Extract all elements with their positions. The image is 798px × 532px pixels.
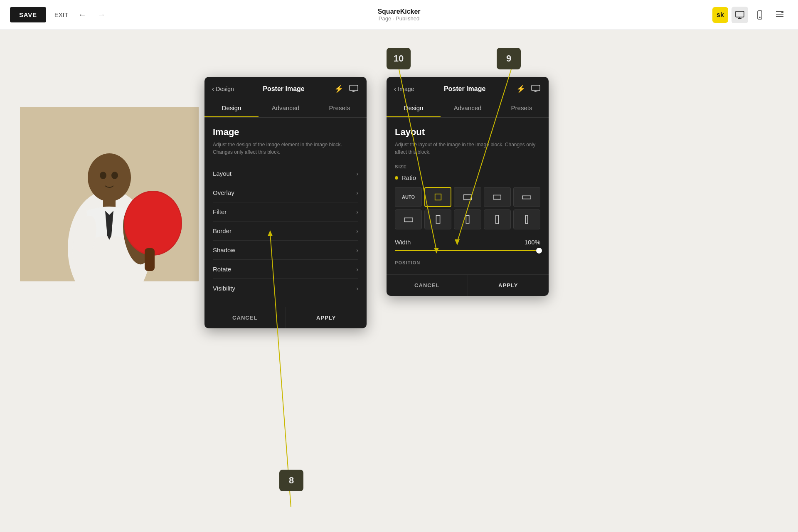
svg-rect-18 <box>532 85 540 91</box>
exit-button[interactable]: EXIT <box>54 11 68 18</box>
ratio-square-icon <box>433 192 443 202</box>
photo-block <box>20 107 199 281</box>
svg-rect-27 <box>526 215 528 224</box>
ratio-16-9-button[interactable] <box>484 187 511 207</box>
menu-item-shadow[interactable]: Shadow › <box>213 241 358 260</box>
svg-point-7 <box>88 153 131 202</box>
svg-rect-19 <box>435 194 441 200</box>
right-panel-icons: ⚡ <box>515 84 541 94</box>
svg-rect-24 <box>436 216 440 223</box>
ratio-grid: AUTO <box>395 187 540 229</box>
edit-icon <box>775 9 785 19</box>
ratio-label: Ratio <box>401 174 416 181</box>
left-apply-button[interactable]: APPLY <box>286 307 367 328</box>
menu-item-visibility-label: Visibility <box>213 285 235 292</box>
svg-rect-20 <box>464 195 471 200</box>
undo-button[interactable]: ← <box>75 8 90 21</box>
left-tab-presets[interactable]: Presets <box>313 99 367 117</box>
ratio-3-4-button[interactable] <box>424 209 451 229</box>
ratio-taller-button[interactable] <box>484 209 511 229</box>
left-tab-design[interactable]: Design <box>204 99 259 117</box>
ratio-4-3-icon <box>463 192 472 202</box>
ratio-16-9-icon <box>493 192 502 202</box>
width-label: Width <box>395 239 411 246</box>
edit-mode-button[interactable] <box>771 6 788 24</box>
page-subtitle: Page · Published <box>377 15 420 22</box>
mobile-view-button[interactable] <box>751 7 768 23</box>
topbar: SAVE EXIT ← → SquareKicker Page · Publis… <box>0 0 798 30</box>
menu-item-filter[interactable]: Filter › <box>213 202 358 222</box>
svg-rect-0 <box>736 11 744 17</box>
right-panel-lightning-button[interactable]: ⚡ <box>515 84 526 94</box>
menu-item-overlay-label: Overlay <box>213 189 234 196</box>
topbar-right: sk <box>712 6 788 24</box>
svg-point-13 <box>125 192 181 254</box>
svg-rect-21 <box>493 195 501 199</box>
menu-chevron-icon: › <box>356 228 358 234</box>
svg-point-16 <box>111 172 118 179</box>
width-slider[interactable] <box>395 250 540 251</box>
right-section-title: Layout <box>395 127 540 138</box>
left-panel-lightning-button[interactable]: ⚡ <box>333 84 344 94</box>
ratio-square-button[interactable] <box>424 187 451 207</box>
right-cancel-button[interactable]: CANCEL <box>387 275 468 296</box>
menu-item-border[interactable]: Border › <box>213 222 358 241</box>
menu-item-rotate-label: Rotate <box>213 266 231 273</box>
menu-item-layout-label: Layout <box>213 170 232 177</box>
ratio-indicator <box>395 176 398 180</box>
menu-item-rotate[interactable]: Rotate › <box>213 260 358 279</box>
ratio-row: Ratio <box>395 174 540 181</box>
ratio-4-3-button[interactable] <box>454 187 481 207</box>
menu-item-visibility[interactable]: Visibility › <box>213 279 358 298</box>
svg-rect-17 <box>350 85 358 91</box>
back-chevron-icon: ‹ <box>394 85 396 93</box>
menu-item-layout[interactable]: Layout › <box>213 164 358 183</box>
save-button[interactable]: SAVE <box>10 7 46 22</box>
page-title: SquareKicker <box>377 8 420 15</box>
left-panel-back-button[interactable]: ‹ Design <box>212 85 234 93</box>
menu-item-border-label: Border <box>213 227 232 234</box>
right-tab-presets[interactable]: Presets <box>495 99 549 117</box>
person-image <box>20 107 199 281</box>
monitor-icon <box>349 85 358 92</box>
left-panel-footer: CANCEL APPLY <box>204 307 367 328</box>
nav-arrows: ← → <box>75 8 109 21</box>
canvas: ‹ Design Poster Image ⚡ Design Advanced … <box>0 30 798 532</box>
ratio-tallest-icon <box>522 215 531 224</box>
menu-chevron-icon: › <box>356 266 358 273</box>
size-label: SIZE <box>395 164 540 169</box>
ratio-short-button[interactable] <box>395 209 422 229</box>
desktop-view-button[interactable] <box>732 7 748 23</box>
ratio-auto-button[interactable]: AUTO <box>395 187 422 207</box>
svg-rect-22 <box>522 196 531 199</box>
photo-placeholder <box>20 107 199 281</box>
right-panel-back-button[interactable]: ‹ Image <box>394 85 414 93</box>
left-panel-monitor-button[interactable] <box>348 84 359 94</box>
ratio-9-16-button[interactable] <box>454 209 481 229</box>
ratio-ultrawide-button[interactable] <box>513 187 540 207</box>
left-tab-advanced[interactable]: Advanced <box>259 99 313 117</box>
right-panel-tabs: Design Advanced Presets <box>387 99 549 118</box>
svg-rect-26 <box>496 215 498 224</box>
slider-fill <box>395 250 536 251</box>
back-chevron-icon: ‹ <box>212 85 214 93</box>
svg-rect-3 <box>781 11 783 13</box>
right-tab-design[interactable]: Design <box>387 99 441 117</box>
right-panel-header: ‹ Image Poster Image ⚡ <box>387 77 549 94</box>
badge-10: 10 <box>387 48 411 69</box>
left-panel-icons: ⚡ <box>333 84 359 94</box>
ratio-tallest-button[interactable] <box>513 209 540 229</box>
right-apply-button[interactable]: APPLY <box>468 275 549 296</box>
redo-button[interactable]: → <box>94 8 109 21</box>
menu-chevron-icon: › <box>356 247 358 254</box>
svg-rect-23 <box>404 218 413 222</box>
menu-item-shadow-label: Shadow <box>213 246 235 254</box>
right-panel-back-label: Image <box>398 86 414 92</box>
right-panel-monitor-button[interactable] <box>530 84 541 94</box>
menu-chevron-icon: › <box>356 285 358 292</box>
badge-8: 8 <box>279 470 303 491</box>
left-cancel-button[interactable]: CANCEL <box>204 307 286 328</box>
right-tab-advanced[interactable]: Advanced <box>441 99 495 117</box>
menu-item-overlay[interactable]: Overlay › <box>213 183 358 202</box>
ratio-ultrawide-icon <box>522 192 531 202</box>
